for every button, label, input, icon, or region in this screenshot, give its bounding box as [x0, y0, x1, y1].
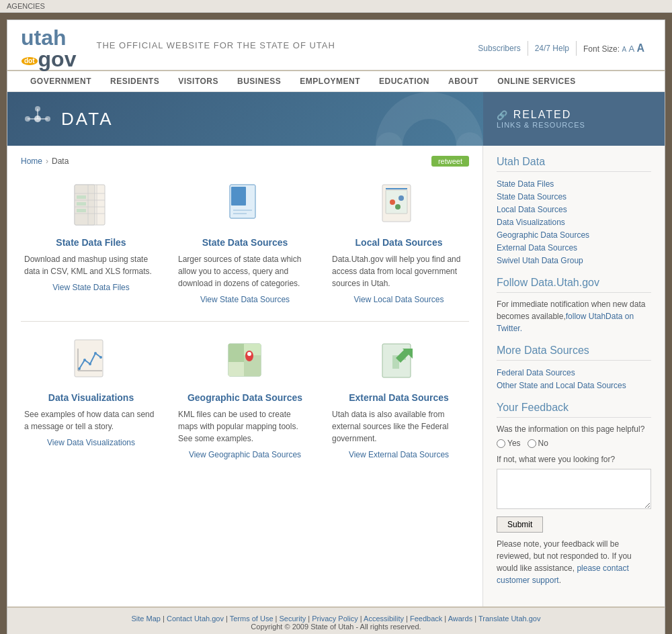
nav-link-education[interactable]: EDUCATION	[370, 71, 439, 91]
sidebar-link-federal-data-sources[interactable]: Federal Data Sources	[497, 366, 651, 379]
footer-link-translate[interactable]: Translate Utah.gov	[478, 615, 541, 623]
nav-link-residents[interactable]: RESIDENTS	[101, 71, 169, 91]
grid-divider	[21, 321, 469, 322]
nav-item-business[interactable]: BUSINESS	[228, 71, 290, 91]
sidebar-follow: Follow Data.Utah.gov For immediate notif…	[497, 277, 651, 334]
sidebar-link-local-data-sources[interactable]: Local Data Sources	[497, 203, 651, 216]
submit-button[interactable]: Submit	[497, 516, 543, 533]
footer-copyright: Copyright © 2009 State of Utah - All rig…	[14, 623, 658, 631]
nav-item-education[interactable]: EDUCATION	[370, 71, 439, 91]
footer-link-security[interactable]: Security	[280, 615, 306, 623]
sidebar-link-data-visualizations-anchor[interactable]: Data Visualizations	[497, 218, 565, 227]
feedback-textarea[interactable]	[497, 469, 651, 509]
feedback-no-label[interactable]: No	[528, 439, 548, 448]
sidebar-link-state-data-sources[interactable]: State Data Sources	[497, 190, 651, 203]
footer-link-terms[interactable]: Terms of Use	[230, 615, 274, 623]
sidebar-link-geographic-data-sources[interactable]: Geographic Data Sources	[497, 228, 651, 241]
sidebar-link-state-data-sources-anchor[interactable]: State Data Sources	[497, 192, 566, 201]
page-header: DATA 🔗 RELATED LINKS & RESOURCES	[7, 92, 665, 146]
related-title: RELATED	[513, 109, 572, 120]
footer-link-contact[interactable]: Contact Utah.gov	[167, 615, 224, 623]
footer-link-accessibility[interactable]: Accessibility	[364, 615, 404, 623]
feedback-yes-label[interactable]: Yes	[497, 439, 521, 448]
logo-utah: utah	[21, 26, 67, 50]
sidebar-link-swivel-utah-data-group[interactable]: Swivel Utah Data Group	[497, 254, 651, 267]
nav-list: GOVERNMENT RESIDENTS VISITORS BUSINESS E…	[7, 71, 665, 91]
feedback-no-text: No	[538, 439, 548, 448]
header-top: utah dotgov THE OFFICIAL WEBSITE FOR THE…	[7, 20, 665, 70]
sidebar-link-other-state-local[interactable]: Other State and Local Data Sources	[497, 379, 651, 392]
sidebar-link-swivel-anchor[interactable]: Swivel Utah Data Group	[497, 256, 583, 265]
footer-link-feedback[interactable]: Feedback	[410, 615, 442, 623]
nav-item-residents[interactable]: RESIDENTS	[101, 71, 169, 91]
svg-point-31	[83, 359, 86, 361]
svg-point-26	[398, 195, 404, 201]
sidebar-link-external-data-sources[interactable]: External Data Sources	[497, 241, 651, 254]
feedback-yes-radio[interactable]	[497, 439, 505, 448]
retweet-button[interactable]: retweet	[431, 156, 469, 167]
svg-point-33	[94, 352, 97, 355]
nav-item-government[interactable]: GOVERNMENT	[21, 71, 101, 91]
card-external-data-sources-desc: Utah data is also available from externa…	[332, 408, 466, 445]
card-data-visualizations-link[interactable]: View Data Visualizations	[24, 438, 158, 447]
nav-link-employment[interactable]: EMPLOYMENT	[290, 71, 370, 91]
sidebar: Utah Data State Data Files State Data So…	[483, 146, 665, 606]
feedback-no-radio[interactable]	[528, 439, 536, 448]
footer-link-awards[interactable]: Awards	[448, 615, 472, 623]
nav-link-about[interactable]: ABOUT	[439, 71, 488, 91]
nav-link-government[interactable]: GOVERNMENT	[21, 71, 101, 91]
nav-link-online-services[interactable]: ONLINE SERVICES	[488, 71, 585, 91]
sidebar-link-state-data-files[interactable]: State Data Files	[497, 177, 651, 190]
svg-point-25	[390, 199, 395, 205]
nav-item-about[interactable]: ABOUT	[439, 71, 488, 91]
card-state-data-sources-link[interactable]: View State Data Sources	[178, 295, 312, 304]
svg-point-34	[99, 356, 102, 359]
sidebar-feedback-heading: Your Feedback	[497, 402, 651, 418]
sidebar-link-other-state-anchor[interactable]: Other State and Local Data Sources	[497, 381, 626, 390]
footer-link-privacy[interactable]: Privacy Policy	[312, 615, 358, 623]
card-geographic-data-sources: Geographic Data Sources KML files can be…	[175, 332, 315, 466]
card-state-data-sources-desc: Larger sources of state data which allow…	[178, 253, 312, 289]
nav-item-online-services[interactable]: ONLINE SERVICES	[488, 71, 585, 91]
svg-marker-40	[228, 362, 244, 376]
card-external-data-sources: External Data Sources Utah data is also …	[329, 332, 469, 466]
font-size-small[interactable]: A	[622, 46, 626, 53]
help-link[interactable]: 24/7 Help	[528, 41, 577, 56]
card-data-visualizations-desc: See examples of how data can send a mess…	[24, 408, 158, 433]
sidebar-link-federal-anchor[interactable]: Federal Data Sources	[497, 368, 575, 377]
nav-link-visitors[interactable]: VISITORS	[169, 71, 228, 91]
card-external-data-sources-link[interactable]: View External Data Sources	[332, 450, 466, 459]
sidebar-link-external-data-sources-anchor[interactable]: External Data Sources	[497, 243, 577, 253]
svg-rect-15	[77, 195, 86, 199]
font-size-label: Font Size:	[583, 44, 620, 54]
subscribers-link[interactable]: Subscribers	[471, 41, 528, 56]
svg-marker-38	[228, 344, 244, 362]
card-state-data-files-title: State Data Files	[24, 237, 158, 248]
data-grid: State Data Files Download and mashup usi…	[21, 177, 469, 466]
sidebar-more-data-heading: More Data Sources	[497, 345, 651, 361]
sidebar-link-local-data-sources-anchor[interactable]: Local Data Sources	[497, 205, 567, 214]
card-state-data-files: State Data Files Download and mashup usi…	[21, 177, 161, 311]
card-local-data-sources-link[interactable]: View Local Data Sources	[332, 295, 466, 304]
nav-link-business[interactable]: BUSINESS	[228, 71, 290, 91]
font-size-medium[interactable]: A	[628, 44, 634, 54]
card-data-visualizations-title: Data Visualizations	[24, 392, 158, 403]
card-geographic-data-sources-desc: KML files can be used to create maps wit…	[178, 408, 312, 445]
help-anchor[interactable]: 24/7 Help	[535, 44, 569, 53]
subscribers-anchor[interactable]: Subscribers	[478, 44, 520, 53]
card-state-data-files-link[interactable]: View State Data Files	[24, 283, 158, 292]
svg-rect-29	[75, 340, 103, 377]
breadcrumb-home[interactable]: Home	[21, 156, 42, 166]
sidebar-link-geographic-data-sources-anchor[interactable]: Geographic Data Sources	[497, 230, 589, 240]
footer-link-sitemap[interactable]: Site Map	[132, 615, 161, 623]
follow-twitter-link[interactable]: follow UtahData on Twitter.	[497, 312, 634, 333]
sidebar-link-state-data-files-anchor[interactable]: State Data Files	[497, 179, 554, 189]
main-content: Home › Data retweet	[7, 146, 483, 606]
feedback-yes-text: Yes	[507, 439, 521, 448]
page-header-left: DATA	[7, 92, 483, 146]
card-geographic-data-sources-link[interactable]: View Geographic Data Sources	[178, 450, 312, 459]
font-size-large[interactable]: A	[636, 42, 644, 54]
nav-item-visitors[interactable]: VISITORS	[169, 71, 228, 91]
sidebar-link-data-visualizations[interactable]: Data Visualizations	[497, 216, 651, 228]
nav-item-employment[interactable]: EMPLOYMENT	[290, 71, 370, 91]
